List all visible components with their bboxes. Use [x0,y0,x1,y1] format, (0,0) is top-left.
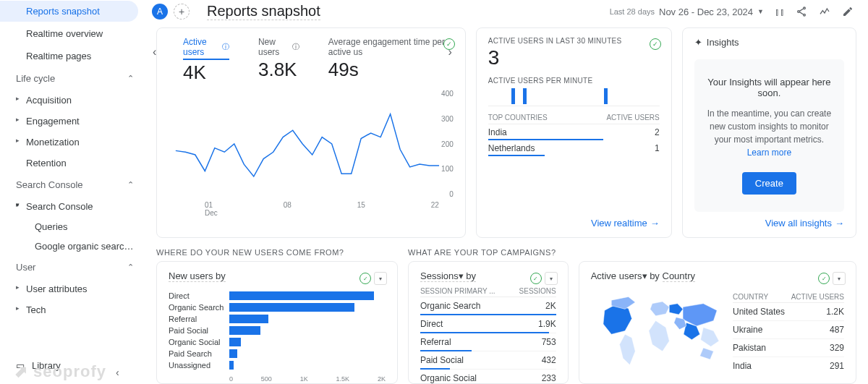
rt-label: ACTIVE USERS IN LAST 30 MINUTES [488,37,660,45]
page-title: Reports snapshot [207,3,320,20]
nav-monetization[interactable]: Monetization [0,132,144,153]
nav-reports-snapshot[interactable]: Reports snapshot [0,1,138,22]
table-row: Paid Social432 [420,351,556,370]
nav-section-user[interactable]: User ⌃ [0,256,144,278]
card-campaigns: ✓▾ Sessions▾ by Session primary ch... ▾ … [408,261,569,384]
table-row: United States1.2K [733,303,844,321]
card-title[interactable]: Sessions▾ by [420,270,476,282]
nav-acquisition[interactable]: Acquisition [0,90,144,111]
section-title: WHAT ARE YOUR TOP CAMPAIGNS? [408,248,569,257]
topbar: A + Reports snapshot Last 28 days Nov 26… [145,0,868,27]
link-label: View all insights [765,218,832,229]
chevron-up-icon: ⌃ [127,74,134,83]
card-title: New users by [169,270,226,282]
rt-big-value: 3 [488,46,660,69]
rt-label: ACTIVE USERS PER MINUTE [488,77,660,85]
metric-value: 3.8K [258,59,299,81]
y-tick: 200 [441,140,454,148]
nav-engagement[interactable]: Engagement [0,111,144,132]
svg-point-2 [804,14,806,16]
table-row: Ukraine487 [733,321,844,339]
metric-prev-button[interactable]: ‹ [153,46,156,59]
table-row: Direct1.9K [420,315,556,333]
bar-row: Paid Search [169,349,386,358]
chevron-up-icon: ⌃ [127,180,134,189]
card-menu-button[interactable]: ▾ [833,272,846,285]
nav-user-attributes[interactable]: User attributes [0,278,144,299]
y-tick: 400 [441,90,454,98]
main: A + Reports snapshot Last 28 days Nov 26… [145,0,868,384]
x-tick: 22 [431,201,439,217]
col-head: SESSIONS [519,287,556,295]
metric-selector[interactable]: Active users▾ [591,270,647,281]
table-row: Referral753 [420,333,556,351]
x-tick: 08 [284,201,292,217]
section-label: Life cycle [16,73,55,84]
metric-avg-engagement[interactable]: Average engagement time per active us 49… [328,37,454,81]
add-button[interactable]: + [174,4,190,20]
y-tick: 300 [441,115,454,123]
nav-section-life-cycle[interactable]: Life cycle ⌃ [0,67,144,90]
watermark: ⬈ seoprofy [14,362,106,381]
overview-chart: 400 300 200 100 0 [169,90,454,198]
metric-active-users[interactable]: Active usersⓘ 4K [183,37,229,84]
card-overview: ‹ › ✓ Active usersⓘ 4K New usersⓘ 3.8K [156,27,466,238]
edit-icon[interactable] [842,6,856,17]
nav-realtime-overview[interactable]: Realtime overview [0,23,138,44]
nav-realtime-pages[interactable]: Realtime pages [0,46,138,67]
bar-row: Unassigned [169,361,386,370]
table-row: Organic Social233 [420,370,556,384]
col-head: ACTIVE USERS [606,114,659,121]
date-range-picker[interactable]: Last 28 days Nov 26 - Dec 23, 2024 ▼ [610,7,764,17]
create-button[interactable]: Create [742,172,796,195]
nav-organic-traffic[interactable]: Google organic search traf... [0,236,144,256]
check-icon: ✓ [650,38,661,50]
help-icon: ⓘ [292,42,299,52]
section-label: User [16,262,35,273]
card-realtime: ✓ ACTIVE USERS IN LAST 30 MINUTES 3 ACTI… [476,27,672,238]
arrow-right-icon: → [835,218,844,229]
nav-queries[interactable]: Queries [0,217,144,236]
nav-tech[interactable]: Tech [0,299,144,320]
sparkle-icon: ✦ [694,37,702,48]
card-menu-button[interactable]: ▾ [374,272,387,285]
card-menu-button[interactable]: ▾ [545,272,558,285]
card-sources: ✓▾ New users by First user primary chann… [156,261,398,384]
bar-row: Paid Social [169,326,386,335]
arrow-right-icon: → [650,218,660,229]
learn-more-link[interactable]: Learn more [747,148,791,158]
metric-value: 49s [328,59,454,81]
svg-point-0 [804,7,806,9]
insights-icon[interactable] [819,6,833,17]
section-label: Search Console [16,179,83,190]
y-tick: 0 [441,190,454,198]
nav-section-search-console[interactable]: Search Console ⌃ [0,174,144,196]
check-icon: ✓ [818,273,830,284]
collapse-sidebar-button[interactable]: ‹ [116,367,119,378]
chevron-up-icon: ⌃ [127,263,134,272]
link-label: View realtime [591,218,647,229]
rt-minute-bars [488,85,660,106]
col-head: TOP COUNTRIES [488,114,548,121]
metric-label: Average engagement time per active us [328,37,454,57]
help-icon: ⓘ [222,42,229,52]
view-all-insights-link[interactable]: View all insights → [765,212,844,229]
compare-icon[interactable]: ⫿⫿ [773,7,787,17]
avatar[interactable]: A [152,4,168,20]
world-map[interactable] [591,287,727,375]
table-row: Pakistan329 [733,339,844,357]
view-realtime-link[interactable]: View realtime → [591,212,660,229]
check-icon: ✓ [530,273,542,284]
nav-retention[interactable]: Retention [0,153,144,174]
chevron-down-icon: ▼ [757,8,764,15]
check-icon: ✓ [359,273,371,284]
table-row: Netherlands1 [488,140,660,156]
nav-search-console-parent[interactable]: ▾Search Console [0,196,144,217]
share-icon[interactable] [796,6,810,17]
table-row: India2 [488,124,660,140]
dimension-selector[interactable]: Country [663,270,696,282]
bar-row: Organic Search [169,303,386,312]
metric-new-users[interactable]: New usersⓘ 3.8K [258,37,299,81]
x-tick: 01 Dec [205,201,218,217]
table-row: India291 [733,357,844,375]
